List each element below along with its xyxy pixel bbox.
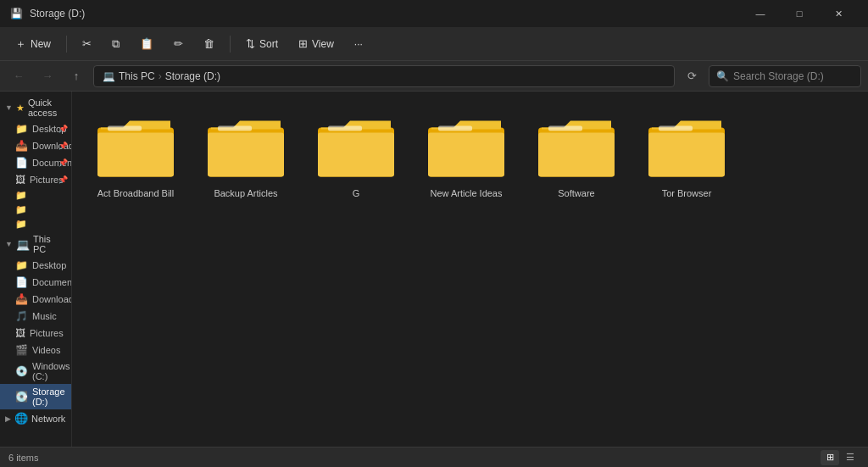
sidebar-item-music[interactable]: 🎵 Music xyxy=(0,308,71,325)
this-pc-label: This PC xyxy=(33,234,66,254)
documents-icon: 📄 xyxy=(15,157,28,169)
view-button[interactable]: ⊞ View xyxy=(290,34,342,53)
delete-button[interactable]: 🗑 xyxy=(195,34,223,53)
this-pc-icon: 💻 xyxy=(16,238,30,251)
folder-item[interactable]: New Article Ideas xyxy=(420,108,513,205)
folder-item[interactable]: G xyxy=(309,108,403,205)
more-button[interactable]: ··· xyxy=(346,35,371,53)
sidebar-item-downloads2[interactable]: 📥 Downloads xyxy=(0,291,71,308)
maximize-button[interactable]: □ xyxy=(780,0,819,27)
list-view-button[interactable]: ☰ xyxy=(841,450,860,465)
sidebar: ▼ ★ Quick access 📁 Desktop 📌 📥 Downloads… xyxy=(0,92,72,447)
sidebar-network-header[interactable]: ▶ 🌐 Network xyxy=(0,409,71,427)
folder-item[interactable]: Backup Articles xyxy=(199,108,292,205)
folder-item[interactable]: Act Broadband Bill xyxy=(89,108,182,205)
sidebar-quick-access-header[interactable]: ▼ ★ Quick access xyxy=(0,95,71,120)
folder-item[interactable]: Tor Browser xyxy=(640,108,733,205)
sidebar-item-unnamed-1[interactable]: 📁 xyxy=(0,188,71,203)
more-label: ··· xyxy=(354,38,363,50)
rename-button[interactable]: ✏ xyxy=(165,34,192,53)
sidebar-this-pc-header[interactable]: ▼ 💻 This PC xyxy=(0,231,71,257)
pin-icon-documents: 📌 xyxy=(58,158,68,167)
sidebar-downloads2-label: Downloads xyxy=(32,294,72,304)
breadcrumb-this-pc: This PC xyxy=(119,70,155,82)
titlebar: 💾 Storage (D:) — □ ✕ xyxy=(0,0,868,27)
search-icon: 🔍 xyxy=(716,70,729,82)
folder-icon xyxy=(428,115,504,183)
network-expand-icon: ▶ xyxy=(5,414,11,423)
sidebar-item-pictures2[interactable]: 🖼 Pictures xyxy=(0,325,71,342)
sidebar-music-label: Music xyxy=(32,311,57,321)
folder-name: Act Broadband Bill xyxy=(97,188,175,198)
unnamed-folder-2-icon: 📁 xyxy=(15,204,27,215)
windows-c-icon: 💿 xyxy=(15,365,28,377)
cut-icon: ✂ xyxy=(82,37,92,50)
svg-rect-5 xyxy=(218,126,252,131)
forward-button[interactable]: → xyxy=(36,64,59,88)
folder-name: Tor Browser xyxy=(662,188,712,198)
unnamed-folder-3-icon: 📁 xyxy=(15,219,27,230)
grid-view-button[interactable]: ⊞ xyxy=(821,450,839,465)
sidebar-pictures2-label: Pictures xyxy=(30,328,64,338)
folder-icon xyxy=(208,115,284,183)
sidebar-item-storage-d[interactable]: 💽 Storage (D:) xyxy=(0,384,71,409)
sidebar-item-downloads[interactable]: 📥 Downloads 📌 xyxy=(0,137,71,154)
svg-rect-8 xyxy=(328,126,362,131)
pictures-icon: 🖼 xyxy=(15,174,25,186)
new-icon: ＋ xyxy=(15,36,26,52)
svg-rect-1 xyxy=(97,133,174,177)
item-count: 6 items xyxy=(8,453,38,463)
up-button[interactable]: ↑ xyxy=(64,64,88,88)
titlebar-left: 💾 Storage (D:) xyxy=(10,8,85,19)
address-path[interactable]: 💻 This PC › Storage (D:) xyxy=(93,65,675,87)
view-buttons: ⊞ ☰ xyxy=(821,450,860,465)
sidebar-videos-label: Videos xyxy=(32,345,60,355)
paste-icon: 📋 xyxy=(140,37,153,50)
folder-item[interactable]: Software xyxy=(530,108,623,205)
sidebar-item-unnamed-3[interactable]: 📁 xyxy=(0,217,71,231)
sort-icon: ⇅ xyxy=(246,37,255,50)
sidebar-item-documents[interactable]: 📄 Documents 📌 xyxy=(0,154,71,171)
copy-icon: ⧉ xyxy=(112,37,120,51)
sidebar-windows-c-label: Windows (C:) xyxy=(32,361,70,381)
sort-button[interactable]: ⇅ Sort xyxy=(237,34,287,53)
toolbar-separator-2 xyxy=(230,36,231,53)
cut-button[interactable]: ✂ xyxy=(74,34,100,53)
sidebar-item-desktop2[interactable]: 📁 Desktop xyxy=(0,257,71,274)
paste-button[interactable]: 📋 xyxy=(131,34,162,53)
folder-name: Software xyxy=(558,188,594,198)
unnamed-folder-1-icon: 📁 xyxy=(15,190,27,201)
close-button[interactable]: ✕ xyxy=(819,0,858,27)
sidebar-item-windows-c[interactable]: 💿 Windows (C:) xyxy=(0,359,71,384)
new-button[interactable]: ＋ New xyxy=(7,33,59,55)
sidebar-item-desktop[interactable]: 📁 Desktop 📌 xyxy=(0,120,71,137)
sidebar-item-unnamed-2[interactable]: 📁 xyxy=(0,203,71,217)
storage-d-icon: 💽 xyxy=(15,391,28,403)
sort-label: Sort xyxy=(259,38,278,50)
minimize-button[interactable]: — xyxy=(741,0,780,27)
copy-button[interactable]: ⧉ xyxy=(103,34,128,54)
content-area: Act Broadband BillBackup ArticlesGNew Ar… xyxy=(72,92,868,447)
view-label: View xyxy=(312,38,334,50)
breadcrumb: 💻 This PC › Storage (D:) xyxy=(103,70,220,82)
refresh-button[interactable]: ⟳ xyxy=(680,64,704,88)
svg-rect-14 xyxy=(548,126,582,131)
window-icon: 💾 xyxy=(10,8,23,19)
folder-grid: Act Broadband BillBackup ArticlesGNew Ar… xyxy=(89,108,851,205)
quick-access-star-icon: ★ xyxy=(16,103,25,114)
breadcrumb-sep: › xyxy=(159,70,162,82)
back-button[interactable]: ← xyxy=(7,64,31,88)
sidebar-item-documents2[interactable]: 📄 Documents xyxy=(0,274,71,291)
pin-icon-downloads: 📌 xyxy=(58,142,68,150)
sidebar-item-pictures[interactable]: 🖼 Pictures 📌 xyxy=(0,171,71,188)
svg-rect-7 xyxy=(318,133,394,177)
svg-rect-13 xyxy=(538,133,615,177)
sidebar-item-videos[interactable]: 🎬 Videos xyxy=(0,342,71,359)
toolbar-separator-1 xyxy=(66,36,67,53)
search-placeholder: Search Storage (D:) xyxy=(733,70,824,82)
rename-icon: ✏ xyxy=(174,37,183,50)
folder-name: G xyxy=(353,188,360,198)
network-icon: 🌐 xyxy=(14,412,28,425)
search-box[interactable]: 🔍 Search Storage (D:) xyxy=(709,65,861,87)
this-pc-expand-icon: ▼ xyxy=(5,240,13,248)
